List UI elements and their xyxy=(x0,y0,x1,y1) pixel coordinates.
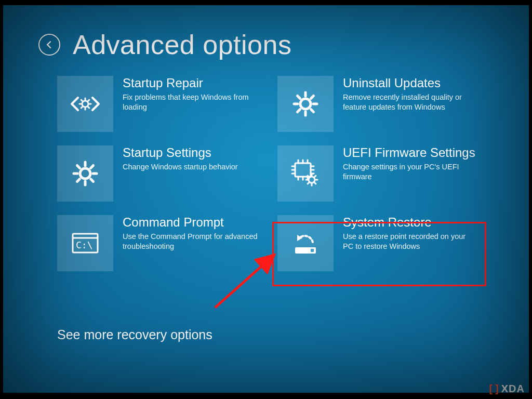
watermark-text: XDA xyxy=(501,383,525,395)
tile-title: System Restore xyxy=(343,215,478,230)
tile-title: Command Prompt xyxy=(123,215,258,230)
gear-icon xyxy=(57,145,113,202)
gear-icon xyxy=(277,76,334,132)
svg-line-26 xyxy=(91,166,94,168)
svg-line-45 xyxy=(308,176,309,177)
terminal-icon: C:\ xyxy=(57,215,113,271)
svg-line-6 xyxy=(88,107,89,108)
tile-title: Startup Repair xyxy=(123,76,258,90)
svg-point-9 xyxy=(300,99,311,109)
tile-startup-settings[interactable]: Startup Settings Change Windows startup … xyxy=(57,145,265,202)
restore-icon xyxy=(277,215,334,271)
tile-desc: Remove recently installed quality or fea… xyxy=(343,92,478,113)
tile-command-prompt[interactable]: C:\ Command Prompt Use the Command Promp… xyxy=(57,215,265,271)
svg-point-18 xyxy=(80,168,90,179)
xda-watermark: [ ] XDA xyxy=(489,383,525,395)
tile-title: UEFI Firmware Settings xyxy=(343,145,478,160)
svg-line-46 xyxy=(315,183,316,184)
svg-line-17 xyxy=(311,96,314,99)
code-gear-icon xyxy=(57,76,113,132)
header: Advanced options xyxy=(3,5,529,60)
options-grid: Startup Repair Fix problems that keep Wi… xyxy=(3,60,529,271)
svg-line-23 xyxy=(77,166,80,168)
svg-line-15 xyxy=(311,110,314,112)
svg-rect-27 xyxy=(295,163,311,177)
svg-line-5 xyxy=(81,100,82,101)
svg-line-8 xyxy=(88,100,89,101)
svg-point-40 xyxy=(309,177,315,183)
tile-desc: Change settings in your PC's UEFI firmwa… xyxy=(343,162,478,182)
tile-desc: Fix problems that keep Windows from load… xyxy=(123,92,258,113)
svg-line-25 xyxy=(77,179,80,182)
svg-line-16 xyxy=(298,110,300,112)
arrow-left-icon xyxy=(44,39,55,50)
tile-desc: Use the Command Prompt for advanced trou… xyxy=(123,232,258,252)
tile-title: Uninstall Updates xyxy=(343,76,478,90)
bracket-icon: [ xyxy=(489,383,493,395)
tile-desc: Use a restore point recorded on your PC … xyxy=(343,232,478,252)
svg-line-7 xyxy=(81,107,82,108)
tile-system-restore[interactable]: System Restore Use a restore point recor… xyxy=(277,215,485,271)
recovery-screen: Advanced options xyxy=(3,5,529,393)
svg-line-48 xyxy=(315,176,316,177)
svg-rect-53 xyxy=(311,249,314,252)
see-more-recovery-options[interactable]: See more recovery options xyxy=(57,327,212,342)
svg-line-24 xyxy=(91,179,94,182)
tile-startup-repair[interactable]: Startup Repair Fix problems that keep Wi… xyxy=(57,76,265,132)
page-title: Advanced options xyxy=(73,29,291,60)
tile-uefi-firmware[interactable]: UEFI Firmware Settings Change settings i… xyxy=(277,145,485,202)
svg-line-47 xyxy=(308,183,309,184)
tile-uninstall-updates[interactable]: Uninstall Updates Remove recently instal… xyxy=(277,76,485,132)
svg-text:C:\: C:\ xyxy=(76,240,93,250)
bracket-icon: ] xyxy=(495,383,499,395)
tile-desc: Change Windows startup behavior xyxy=(123,162,238,172)
chip-gear-icon xyxy=(277,145,334,202)
back-button[interactable] xyxy=(38,34,60,56)
tile-title: Startup Settings xyxy=(123,145,238,160)
svg-line-14 xyxy=(298,96,300,99)
svg-point-0 xyxy=(82,101,88,107)
